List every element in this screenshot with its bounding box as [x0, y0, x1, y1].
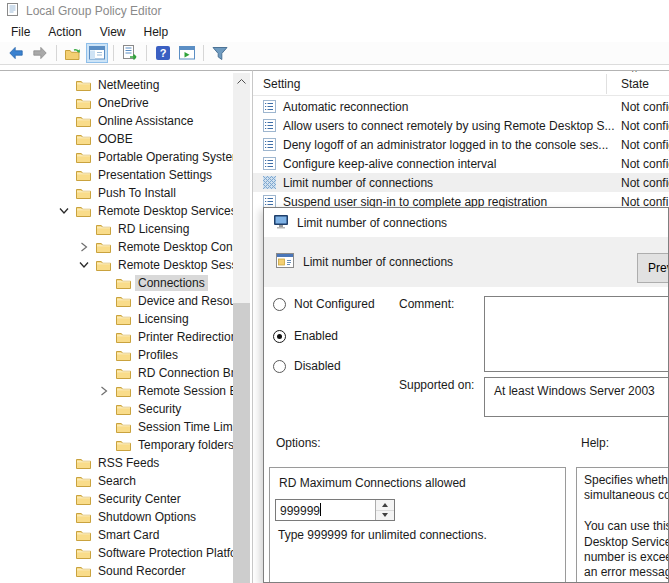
tree-item-oobe[interactable]: OOBE [0, 130, 233, 148]
radio-enabled[interactable]: Enabled [273, 329, 338, 343]
tree-item-remote-desktop-conn[interactable]: Remote Desktop Conn [0, 238, 233, 256]
help-icon[interactable]: ? [152, 43, 174, 63]
options-group-box: RD Maximum Connections allowed 999999 Ty… [269, 467, 566, 583]
tree-item-label: Push To Install [95, 185, 179, 201]
folder-icon [76, 169, 91, 182]
chevron-collapsed-icon[interactable] [72, 242, 96, 252]
folder-icon [96, 241, 111, 254]
tree-item-device-and-resour[interactable]: Device and Resour [0, 292, 233, 310]
tree-item-onedrive[interactable]: OneDrive [0, 94, 233, 112]
help-line: simultaneous con [584, 488, 669, 503]
tree-item-session-time-limit[interactable]: Session Time Limit [0, 418, 233, 436]
setting-name: Configure keep-alive connection interval [283, 157, 496, 171]
menu-view[interactable]: View [91, 23, 135, 41]
supported-on-label: Supported on: [399, 378, 474, 392]
column-header-state[interactable]: State [621, 77, 649, 91]
radio-button-icon[interactable] [273, 298, 286, 311]
radio-button-icon[interactable] [273, 330, 286, 343]
radio-not-configured[interactable]: Not Configured [273, 297, 375, 311]
tree-item-rss-feeds[interactable]: RSS Feeds [0, 454, 233, 472]
radio-disabled[interactable]: Disabled [273, 359, 341, 373]
tree-item-rd-connection-bro[interactable]: RD Connection Bro [0, 364, 233, 382]
setting-row-configure-keep-alive-connection-interval[interactable]: Configure keep-alive connection interval… [253, 154, 669, 173]
column-header-setting[interactable]: Setting [263, 77, 300, 91]
tree-item-push-to-install[interactable]: Push To Install [0, 184, 233, 202]
folder-icon [116, 331, 131, 344]
tree-item-label: NetMeeting [95, 77, 162, 93]
chevron-expanded-icon[interactable] [72, 261, 96, 269]
tree-item-label: Session Time Limit [135, 419, 233, 435]
folder-icon [116, 385, 131, 398]
tree-item-printer-redirection[interactable]: Printer Redirection [0, 328, 233, 346]
column-divider[interactable] [606, 74, 607, 94]
tree-item-remote-desktop-sessi[interactable]: Remote Desktop Sessi [0, 256, 233, 274]
show-properties-icon[interactable] [176, 43, 198, 63]
settings-list: Automatic reconnectionNot configAllow us… [253, 97, 669, 211]
scroll-up-icon[interactable] [233, 73, 250, 90]
tree-item-label: OOBE [95, 131, 136, 147]
tree-item-security-center[interactable]: Security Center [0, 490, 233, 508]
policy-setting-icon [263, 100, 276, 113]
back-icon[interactable] [5, 43, 27, 63]
tree-item-smart-card[interactable]: Smart Card [0, 526, 233, 544]
tree-item-online-assistance[interactable]: Online Assistance [0, 112, 233, 130]
tree-item-label: RD Connection Bro [135, 365, 233, 381]
export-list-icon[interactable] [119, 43, 141, 63]
setting-state: Not config [621, 119, 669, 133]
help-label: Help: [581, 436, 609, 450]
tree-item-sound-recorder[interactable]: Sound Recorder [0, 562, 233, 580]
svg-text:?: ? [160, 47, 167, 59]
tree-item-temporary-folders[interactable]: Temporary folders [0, 436, 233, 454]
max-connections-spinner[interactable]: 999999 [275, 499, 395, 521]
tree-item-search[interactable]: Search [0, 472, 233, 490]
arrow-down-icon [382, 513, 388, 517]
folder-icon [116, 313, 131, 326]
tree-item-shutdown-options[interactable]: Shutdown Options [0, 508, 233, 526]
folder-icon [76, 547, 91, 560]
filter-icon[interactable] [209, 43, 231, 63]
options-label: Options: [276, 436, 321, 450]
tree-item-rd-licensing[interactable]: RD Licensing [0, 220, 233, 238]
tree-item-licensing[interactable]: Licensing [0, 310, 233, 328]
show-console-tree-icon[interactable] [86, 43, 108, 63]
console-folder-icon[interactable] [62, 43, 84, 63]
comment-input[interactable] [484, 296, 669, 372]
chevron-expanded-icon[interactable] [52, 207, 76, 215]
scrollbar-thumb[interactable] [233, 303, 250, 583]
spin-up-button[interactable] [376, 500, 394, 510]
tree-item-connections[interactable]: Connections [0, 274, 233, 292]
setting-row-deny-logoff-of-an-administrator-logged-in-to-the-console-ses[interactable]: Deny logoff of an administrator logged i… [253, 135, 669, 154]
dialog-titlebar: Limit number of connections [264, 208, 668, 237]
tree-scrollbar[interactable] [233, 73, 250, 583]
setting-row-allow-users-to-connect-remotely-by-using-remote-desktop-s[interactable]: Allow users to connect remotely by using… [253, 116, 669, 135]
tree-item-remote-desktop-services[interactable]: Remote Desktop Services [0, 202, 233, 220]
text-caret [320, 503, 321, 516]
radio-label: Not Configured [294, 297, 375, 311]
chevron-collapsed-icon[interactable] [92, 386, 116, 396]
previous-setting-button[interactable]: Prev [637, 253, 669, 283]
tree-item-remote-session-en[interactable]: Remote Session En [0, 382, 233, 400]
max-connections-value[interactable]: 999999 [280, 504, 320, 520]
setting-row-limit-number-of-connections[interactable]: Limit number of connectionsNot config [253, 173, 669, 192]
menu-action[interactable]: Action [39, 23, 90, 41]
tree-item-software-protection-platfo[interactable]: Software Protection Platfo [0, 544, 233, 562]
console-tree: NetMeetingOneDriveOnline AssistanceOOBEP… [0, 76, 233, 583]
setting-name: Automatic reconnection [283, 100, 408, 114]
menu-file[interactable]: File [2, 23, 39, 41]
tree-item-portable-operating-system[interactable]: Portable Operating System [0, 148, 233, 166]
help-line: number is exceed [584, 550, 669, 565]
help-line: Specifies whether [584, 473, 669, 488]
tree-item-netmeeting[interactable]: NetMeeting [0, 76, 233, 94]
menu-help[interactable]: Help [135, 23, 178, 41]
tree-item-presentation-settings[interactable]: Presentation Settings [0, 166, 233, 184]
tree-item-label: Remote Desktop Services [95, 203, 233, 219]
tree-item-security[interactable]: Security [0, 400, 233, 418]
setting-row-automatic-reconnection[interactable]: Automatic reconnectionNot config [253, 97, 669, 116]
tree-item-profiles[interactable]: Profiles [0, 346, 233, 364]
spin-down-button[interactable] [376, 510, 394, 521]
forward-icon[interactable] [29, 43, 51, 63]
tree-item-label: Printer Redirection [135, 329, 233, 345]
radio-button-icon[interactable] [273, 360, 286, 373]
folder-icon [76, 133, 91, 146]
menubar: FileActionViewHelp [0, 22, 669, 42]
